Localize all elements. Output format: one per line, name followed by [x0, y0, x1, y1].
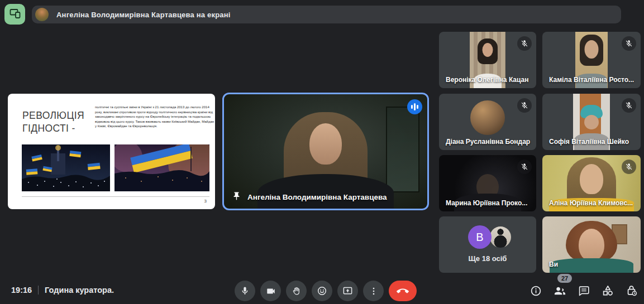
activities-button[interactable]: [601, 284, 614, 297]
presenting-banner: Ангеліна Володимирівна Картавцева на екр…: [32, 6, 621, 23]
mic-off-icon: [622, 98, 636, 113]
camera-icon: [266, 286, 276, 296]
reactions-icon: [317, 286, 327, 296]
slide-title: РЕВОЛЮЦІЯ ГІДНОСТІ -: [22, 109, 84, 135]
microphone-button[interactable]: [235, 281, 255, 301]
raise-hand-button[interactable]: [286, 281, 307, 301]
mic-off-icon: [517, 36, 532, 51]
end-call-button[interactable]: [389, 281, 417, 301]
microphone-icon: [240, 286, 250, 296]
participant-name: Марина Юріївна Проко...: [446, 199, 527, 207]
camera-button[interactable]: [260, 281, 281, 301]
overflow-participants-tile[interactable]: B Ще 18 осіб: [439, 216, 536, 273]
chat-icon: [578, 285, 590, 297]
participant-tile[interactable]: Діана Русланівна Бондар: [439, 94, 536, 150]
slide-photo-flag-crowd: [115, 144, 209, 191]
mic-off-icon: [622, 36, 636, 51]
participant-tile[interactable]: Софія Віталіївна Шейко: [542, 94, 641, 150]
host-controls-lock-icon: [626, 284, 638, 297]
participants-button[interactable]: 27: [553, 284, 566, 297]
meet-window: Ангеліна Володимирівна Картавцева на екр…: [0, 0, 644, 304]
participant-tile[interactable]: Каміла Віталіївна Росто...: [542, 32, 641, 88]
participants-count-badge: 27: [557, 274, 572, 283]
speaking-indicator-icon: [407, 99, 422, 114]
chat-button[interactable]: [577, 284, 590, 297]
overflow-count-label: Ще 18 осіб: [439, 254, 536, 263]
raise-hand-icon: [292, 286, 302, 296]
participant-name: Софія Віталіївна Шейко: [549, 138, 629, 146]
presented-slide-tile[interactable]: РЕВОЛЮЦІЯ ГІДНОСТІ - політичні та суспіл…: [8, 94, 215, 209]
meeting-details-button[interactable]: [529, 284, 542, 297]
host-controls-button[interactable]: [625, 284, 638, 297]
participant-name: Каміла Віталіївна Росто...: [549, 76, 634, 84]
clock: 19:16: [11, 286, 32, 295]
call-controls: [235, 281, 417, 301]
participant-name: Аліна Юріївна Климовс...: [549, 199, 633, 207]
person-face: [580, 164, 603, 194]
present-screen-icon: [342, 286, 353, 296]
slide-footer-rule: [22, 196, 209, 197]
pin-icon: [232, 191, 241, 203]
person-face: [483, 43, 493, 57]
slide-body-text: політичні та суспільні зміни в Україні з…: [95, 105, 214, 129]
person-torso: [550, 258, 633, 273]
info-icon: [530, 285, 542, 297]
overflow-avatar-photo: [490, 226, 511, 248]
presenting-chip[interactable]: [4, 4, 25, 25]
person-face: [309, 123, 342, 165]
person-face: [584, 115, 599, 129]
main-speaker-name: Ангеліна Володимирівна Картавцева: [247, 193, 387, 201]
participant-avatar: [470, 100, 505, 135]
mic-off-icon: [622, 160, 636, 174]
self-view-label: Ви: [549, 260, 558, 268]
participant-tile[interactable]: Аліна Юріївна Климовс...: [542, 155, 641, 211]
devices-icon: [9, 7, 21, 22]
people-icon: [554, 284, 566, 297]
main-speaker-tile[interactable]: Ангеліна Володимирівна Картавцева: [222, 93, 429, 210]
presenting-banner-text: Ангеліна Володимирівна Картавцева на екр…: [56, 11, 231, 19]
activities-icon: [602, 284, 614, 297]
participant-tile[interactable]: Марина Юріївна Проко...: [439, 155, 536, 211]
presenter-avatar: [35, 8, 49, 21]
panel-controls: 27: [529, 284, 638, 297]
slide-photo-maidan-night: [22, 144, 110, 191]
divider: [38, 286, 39, 295]
overflow-avatar-letter: B: [468, 225, 492, 249]
person-face: [579, 229, 604, 261]
more-options-button[interactable]: [363, 281, 384, 301]
participant-name: Вероніка Олегівна Кацан: [446, 76, 528, 84]
room-background: [386, 107, 419, 192]
self-view-tile[interactable]: Ви: [542, 216, 641, 273]
end-call-icon: [397, 285, 409, 297]
meeting-title: Година куратора.: [45, 286, 114, 295]
slide-page-number: 3: [204, 199, 207, 204]
mic-off-icon: [517, 98, 532, 113]
reactions-button[interactable]: [312, 281, 332, 301]
more-options-icon: [369, 286, 379, 296]
participant-name: Діана Русланівна Бондар: [446, 138, 530, 146]
person-face: [585, 40, 599, 59]
participant-tile[interactable]: Вероніка Олегівна Кацан: [439, 32, 536, 88]
mic-off-icon: [517, 160, 532, 174]
present-screen-button[interactable]: [337, 281, 358, 301]
meeting-info: 19:16 Година куратора.: [11, 286, 114, 295]
